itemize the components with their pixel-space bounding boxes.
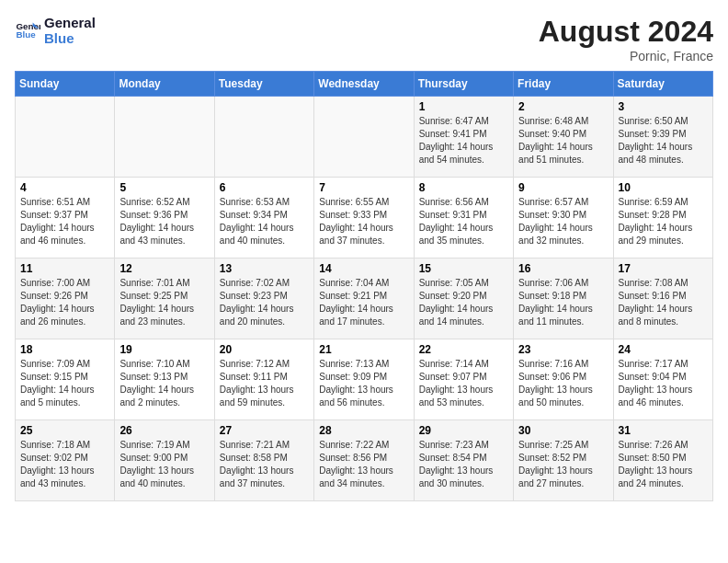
calendar-cell: 6Sunrise: 6:53 AMSunset: 9:34 PMDaylight…: [214, 178, 313, 259]
calendar-cell: 16Sunrise: 7:06 AMSunset: 9:18 PMDayligh…: [514, 259, 613, 339]
day-info: Sunrise: 7:18 AMSunset: 9:02 PMDaylight:…: [20, 439, 109, 490]
calendar-cell: 27Sunrise: 7:21 AMSunset: 8:58 PMDayligh…: [214, 420, 313, 501]
location-label: Pornic, France: [539, 49, 713, 63]
day-number: 25: [20, 424, 109, 437]
day-info: Sunrise: 7:19 AMSunset: 9:00 PMDaylight:…: [119, 439, 209, 490]
day-number: 15: [419, 262, 508, 275]
day-info: Sunrise: 6:51 AMSunset: 9:37 PMDaylight:…: [20, 196, 109, 247]
col-friday: Friday: [514, 72, 613, 97]
day-number: 7: [319, 181, 408, 194]
calendar-cell: 31Sunrise: 7:26 AMSunset: 8:50 PMDayligh…: [613, 420, 712, 501]
calendar-week-3: 11Sunrise: 7:00 AMSunset: 9:26 PMDayligh…: [16, 259, 713, 339]
calendar-cell: 1Sunrise: 6:47 AMSunset: 9:41 PMDaylight…: [414, 97, 513, 178]
logo: General Blue General Blue: [15, 15, 96, 46]
day-number: 20: [220, 343, 309, 356]
day-number: 27: [220, 424, 309, 437]
day-info: Sunrise: 7:05 AMSunset: 9:20 PMDaylight:…: [419, 277, 508, 328]
calendar-cell: 8Sunrise: 6:56 AMSunset: 9:31 PMDaylight…: [414, 178, 513, 259]
calendar-cell: 25Sunrise: 7:18 AMSunset: 9:02 PMDayligh…: [16, 420, 115, 501]
day-number: 31: [619, 424, 708, 437]
calendar-cell: 2Sunrise: 6:48 AMSunset: 9:40 PMDaylight…: [514, 97, 613, 178]
day-info: Sunrise: 7:14 AMSunset: 9:07 PMDaylight:…: [419, 358, 508, 409]
day-number: 11: [20, 262, 109, 275]
day-info: Sunrise: 6:53 AMSunset: 9:34 PMDaylight:…: [220, 196, 309, 247]
page-header: General Blue General Blue August 2024 Po…: [15, 15, 713, 63]
day-info: Sunrise: 7:26 AMSunset: 8:50 PMDaylight:…: [619, 439, 708, 490]
calendar-cell: 28Sunrise: 7:22 AMSunset: 8:56 PMDayligh…: [314, 420, 414, 501]
logo-icon: General Blue: [15, 17, 40, 43]
day-number: 29: [419, 424, 508, 437]
logo-general: General: [44, 15, 96, 30]
col-saturday: Saturday: [613, 72, 712, 97]
day-number: 24: [619, 343, 708, 356]
day-info: Sunrise: 6:50 AMSunset: 9:39 PMDaylight:…: [619, 115, 708, 167]
day-info: Sunrise: 7:00 AMSunset: 9:26 PMDaylight:…: [20, 277, 109, 328]
day-info: Sunrise: 7:22 AMSunset: 8:56 PMDaylight:…: [319, 439, 408, 490]
calendar-cell: 15Sunrise: 7:05 AMSunset: 9:20 PMDayligh…: [414, 259, 513, 339]
day-number: 12: [119, 262, 209, 275]
svg-text:Blue: Blue: [16, 29, 36, 40]
day-number: 19: [119, 343, 209, 356]
calendar-cell: 18Sunrise: 7:09 AMSunset: 9:15 PMDayligh…: [16, 339, 115, 420]
day-number: 22: [419, 343, 508, 356]
day-number: 3: [619, 100, 708, 113]
day-number: 1: [419, 100, 508, 113]
day-number: 13: [220, 262, 309, 275]
day-number: 2: [518, 100, 608, 113]
day-info: Sunrise: 6:57 AMSunset: 9:30 PMDaylight:…: [518, 196, 608, 247]
col-tuesday: Tuesday: [214, 72, 313, 97]
day-number: 6: [220, 181, 309, 194]
calendar-header-row: Sunday Monday Tuesday Wednesday Thursday…: [16, 72, 713, 97]
calendar-cell: 26Sunrise: 7:19 AMSunset: 9:00 PMDayligh…: [115, 420, 214, 501]
month-year-title: August 2024: [539, 15, 713, 49]
col-monday: Monday: [115, 72, 214, 97]
day-info: Sunrise: 6:47 AMSunset: 9:41 PMDaylight:…: [419, 115, 508, 167]
calendar-cell: [314, 97, 414, 178]
day-number: 8: [419, 181, 508, 194]
day-number: 21: [319, 343, 408, 356]
calendar-cell: 3Sunrise: 6:50 AMSunset: 9:39 PMDaylight…: [613, 97, 712, 178]
day-info: Sunrise: 7:12 AMSunset: 9:11 PMDaylight:…: [220, 358, 309, 409]
day-info: Sunrise: 7:09 AMSunset: 9:15 PMDaylight:…: [20, 358, 109, 409]
day-info: Sunrise: 7:21 AMSunset: 8:58 PMDaylight:…: [220, 439, 309, 490]
calendar-cell: 12Sunrise: 7:01 AMSunset: 9:25 PMDayligh…: [115, 259, 214, 339]
day-number: 23: [518, 343, 608, 356]
calendar-week-1: 1Sunrise: 6:47 AMSunset: 9:41 PMDaylight…: [16, 97, 713, 178]
calendar-cell: 22Sunrise: 7:14 AMSunset: 9:07 PMDayligh…: [414, 339, 513, 420]
day-info: Sunrise: 7:25 AMSunset: 8:52 PMDaylight:…: [518, 439, 608, 490]
day-info: Sunrise: 7:17 AMSunset: 9:04 PMDaylight:…: [619, 358, 708, 409]
calendar-cell: 13Sunrise: 7:02 AMSunset: 9:23 PMDayligh…: [214, 259, 313, 339]
calendar-table: Sunday Monday Tuesday Wednesday Thursday…: [15, 71, 713, 501]
calendar-cell: 7Sunrise: 6:55 AMSunset: 9:33 PMDaylight…: [314, 178, 414, 259]
calendar-week-5: 25Sunrise: 7:18 AMSunset: 9:02 PMDayligh…: [16, 420, 713, 501]
calendar-week-2: 4Sunrise: 6:51 AMSunset: 9:37 PMDaylight…: [16, 178, 713, 259]
calendar-cell: 19Sunrise: 7:10 AMSunset: 9:13 PMDayligh…: [115, 339, 214, 420]
day-number: 4: [20, 181, 109, 194]
calendar-cell: 14Sunrise: 7:04 AMSunset: 9:21 PMDayligh…: [314, 259, 414, 339]
calendar-cell: [214, 97, 313, 178]
calendar-cell: [115, 97, 214, 178]
calendar-cell: 21Sunrise: 7:13 AMSunset: 9:09 PMDayligh…: [314, 339, 414, 420]
day-number: 14: [319, 262, 408, 275]
day-info: Sunrise: 6:52 AMSunset: 9:36 PMDaylight:…: [119, 196, 209, 247]
calendar-cell: 30Sunrise: 7:25 AMSunset: 8:52 PMDayligh…: [514, 420, 613, 501]
day-info: Sunrise: 7:06 AMSunset: 9:18 PMDaylight:…: [518, 277, 608, 328]
calendar-cell: 5Sunrise: 6:52 AMSunset: 9:36 PMDaylight…: [115, 178, 214, 259]
day-info: Sunrise: 6:48 AMSunset: 9:40 PMDaylight:…: [518, 115, 608, 167]
calendar-cell: 20Sunrise: 7:12 AMSunset: 9:11 PMDayligh…: [214, 339, 313, 420]
day-number: 9: [518, 181, 608, 194]
calendar-cell: 4Sunrise: 6:51 AMSunset: 9:37 PMDaylight…: [16, 178, 115, 259]
day-info: Sunrise: 7:13 AMSunset: 9:09 PMDaylight:…: [319, 358, 408, 409]
day-info: Sunrise: 7:08 AMSunset: 9:16 PMDaylight:…: [619, 277, 708, 328]
calendar-cell: 29Sunrise: 7:23 AMSunset: 8:54 PMDayligh…: [414, 420, 513, 501]
calendar-cell: [16, 97, 115, 178]
day-number: 18: [20, 343, 109, 356]
col-sunday: Sunday: [16, 72, 115, 97]
day-number: 16: [518, 262, 608, 275]
day-number: 26: [119, 424, 209, 437]
day-info: Sunrise: 7:10 AMSunset: 9:13 PMDaylight:…: [119, 358, 209, 409]
day-number: 17: [619, 262, 708, 275]
calendar-cell: 10Sunrise: 6:59 AMSunset: 9:28 PMDayligh…: [613, 178, 712, 259]
day-number: 28: [319, 424, 408, 437]
logo-blue: Blue: [44, 30, 96, 46]
